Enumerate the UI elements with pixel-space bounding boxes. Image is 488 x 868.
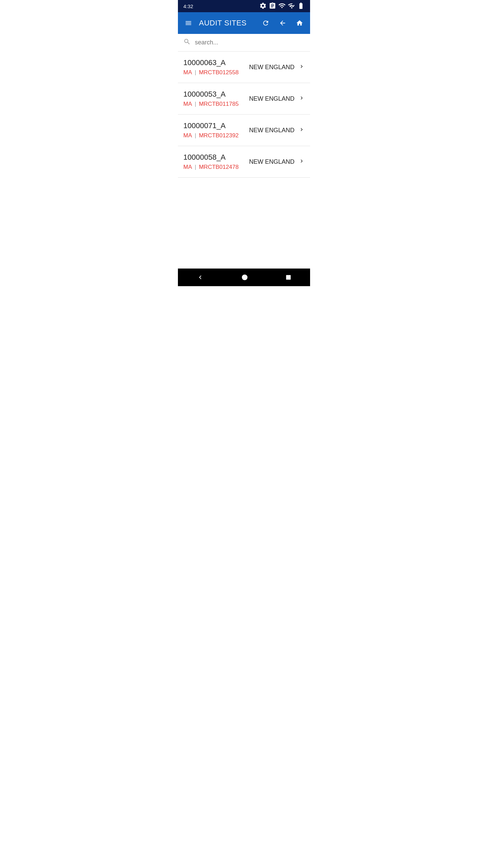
chevron-right-icon — [299, 126, 305, 134]
site-id: 10000071_A — [183, 121, 249, 130]
search-input[interactable] — [195, 39, 305, 46]
svg-point-0 — [242, 275, 248, 280]
chevron-right-icon — [299, 158, 305, 166]
site-meta: MA | MRCTB012478 — [183, 164, 249, 171]
nav-bar — [178, 269, 310, 286]
nav-home-button[interactable] — [235, 272, 255, 283]
clipboard-icon — [269, 2, 276, 11]
status-icons — [259, 2, 305, 11]
list-item[interactable]: 10000063_A MA | MRCTB012558 NEW ENGLAND — [178, 52, 310, 83]
refresh-button[interactable] — [261, 18, 271, 28]
list-item[interactable]: 10000053_A MA | MRCTB011785 NEW ENGLAND — [178, 83, 310, 115]
site-id: 10000053_A — [183, 90, 249, 99]
app-bar: AUDIT SITES — [178, 12, 310, 34]
svg-rect-1 — [286, 275, 291, 280]
chevron-right-icon — [299, 95, 305, 103]
battery-icon — [297, 2, 305, 11]
site-separator: | — [195, 69, 196, 76]
site-code: MRCTB011785 — [199, 101, 239, 107]
menu-button[interactable] — [183, 18, 194, 28]
status-bar: 4:32 — [178, 0, 310, 12]
site-state: MA — [183, 164, 192, 171]
site-region: NEW ENGLAND — [249, 95, 294, 102]
search-icon — [183, 38, 191, 47]
site-region: NEW ENGLAND — [249, 64, 294, 71]
site-meta: MA | MRCTB012558 — [183, 69, 249, 76]
site-separator: | — [195, 164, 196, 171]
site-state: MA — [183, 69, 192, 76]
home-button[interactable] — [294, 18, 305, 28]
site-region: NEW ENGLAND — [249, 158, 294, 165]
site-meta: MA | MRCTB011785 — [183, 101, 249, 107]
site-info: 10000071_A MA | MRCTB012392 — [183, 121, 249, 139]
app-bar-title: AUDIT SITES — [199, 19, 255, 27]
nav-recent-button[interactable] — [279, 272, 298, 282]
site-code: MRCTB012392 — [199, 132, 239, 139]
wifi-icon — [278, 2, 286, 11]
site-state: MA — [183, 101, 192, 107]
site-info: 10000058_A MA | MRCTB012478 — [183, 153, 249, 171]
app-bar-actions — [261, 18, 305, 28]
site-separator: | — [195, 101, 196, 107]
status-time: 4:32 — [183, 3, 193, 9]
site-info: 10000053_A MA | MRCTB011785 — [183, 90, 249, 107]
site-region: NEW ENGLAND — [249, 127, 294, 134]
list-item[interactable]: 10000071_A MA | MRCTB012392 NEW ENGLAND — [178, 115, 310, 146]
site-code: MRCTB012478 — [199, 164, 239, 171]
search-bar — [178, 34, 310, 52]
site-state: MA — [183, 132, 192, 139]
back-button[interactable] — [278, 18, 288, 28]
nav-back-button[interactable] — [190, 272, 211, 283]
signal-icon — [288, 2, 295, 11]
chevron-right-icon — [299, 63, 305, 71]
settings-icon — [259, 2, 267, 11]
site-info: 10000063_A MA | MRCTB012558 — [183, 58, 249, 76]
site-list: 10000063_A MA | MRCTB012558 NEW ENGLAND … — [178, 52, 310, 269]
site-code: MRCTB012558 — [199, 69, 239, 76]
site-id: 10000058_A — [183, 153, 249, 162]
site-id: 10000063_A — [183, 58, 249, 67]
list-item[interactable]: 10000058_A MA | MRCTB012478 NEW ENGLAND — [178, 146, 310, 178]
site-meta: MA | MRCTB012392 — [183, 132, 249, 139]
site-separator: | — [195, 132, 196, 139]
